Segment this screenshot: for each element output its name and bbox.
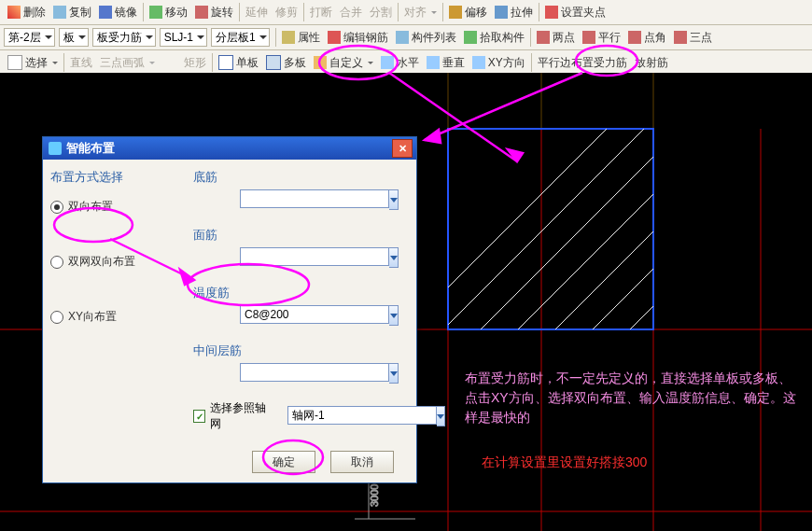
input-top[interactable] bbox=[240, 247, 389, 266]
btn-radial[interactable]: 放射筋 bbox=[631, 52, 672, 73]
dd-slj[interactable]: SLJ-1 bbox=[160, 28, 207, 47]
btn-copy[interactable]: 复制 bbox=[49, 2, 95, 22]
label-temp: 温度筋 bbox=[193, 285, 399, 301]
dialog-title: 智能布置 bbox=[66, 140, 115, 157]
btn-pt2 bbox=[169, 52, 179, 73]
btn-line: 直线 bbox=[66, 52, 96, 73]
input-axisnet[interactable] bbox=[287, 406, 437, 425]
btn-horiz[interactable]: 水平 bbox=[377, 52, 423, 73]
close-icon[interactable]: ✕ bbox=[392, 139, 413, 158]
btn-multi[interactable]: 多板 bbox=[262, 52, 310, 73]
btn-offset[interactable]: 偏移 bbox=[445, 2, 491, 22]
dialog-titlebar[interactable]: 智能布置 ✕ bbox=[43, 137, 416, 160]
chevron-down-icon[interactable] bbox=[389, 189, 399, 210]
dd-rebar[interactable]: 板受力筋 bbox=[92, 28, 156, 47]
combo-mid[interactable] bbox=[240, 363, 399, 384]
btn-stretch[interactable]: 拉伸 bbox=[491, 2, 537, 22]
dialog-smart-layout: 智能布置 ✕ 布置方式选择 双向布置 双网双向布置 XY向布置 底筋 面筋 温度… bbox=[42, 136, 417, 483]
chevron-down-icon[interactable] bbox=[389, 363, 399, 384]
combo-temp[interactable] bbox=[240, 305, 399, 326]
btn-extend: 延伸 bbox=[242, 2, 272, 22]
btn-xydir[interactable]: XY方向 bbox=[469, 52, 529, 73]
btn-split: 分割 bbox=[366, 2, 396, 22]
svg-line-19 bbox=[551, 213, 812, 483]
label-top: 面筋 bbox=[193, 227, 399, 244]
label-mid: 中间层筋 bbox=[193, 342, 399, 359]
btn-grip[interactable]: 设置夹点 bbox=[541, 2, 609, 22]
btn-break: 打断 bbox=[306, 2, 336, 22]
combo-axisnet[interactable] bbox=[287, 406, 399, 426]
cancel-button[interactable]: 取消 bbox=[330, 451, 394, 473]
svg-line-12 bbox=[420, 82, 691, 353]
svg-line-13 bbox=[439, 101, 709, 371]
dd-layerboard[interactable]: 分层板1 bbox=[211, 28, 270, 47]
dd-layer[interactable]: 第-2层 bbox=[4, 28, 55, 47]
annotation-text-1: 布置受力筋时，不一定先定义的，直接选择单板或多板、点击XY方向、选择双向布置、输… bbox=[465, 369, 801, 427]
btn-twopt[interactable]: 两点 bbox=[533, 27, 579, 48]
btn-rotate[interactable]: 旋转 bbox=[191, 2, 237, 22]
btn-arc: 三点画弧 bbox=[96, 52, 159, 73]
btn-mirror[interactable]: 镜像 bbox=[95, 2, 141, 22]
input-bottom[interactable] bbox=[240, 189, 389, 208]
btn-single[interactable]: 单板 bbox=[215, 52, 262, 73]
label-axisnet: 选择参照轴网 bbox=[210, 400, 273, 432]
toolbar-layers: 第-2层 板 板受力筋 SLJ-1 分层板1 属性 编辑钢筋 构件列表 拾取构件… bbox=[0, 25, 812, 50]
btn-delete[interactable]: 删除 bbox=[4, 2, 49, 22]
toolbar-edit: 删除 复制 镜像 移动 旋转 延伸 修剪 打断 合并 分割 对齐 偏移 拉伸 设… bbox=[0, 0, 812, 25]
input-temp[interactable] bbox=[240, 305, 389, 324]
btn-align: 对齐 bbox=[400, 2, 441, 22]
input-mid[interactable] bbox=[240, 363, 389, 382]
btn-trim: 修剪 bbox=[272, 2, 301, 22]
chevron-down-icon[interactable] bbox=[389, 247, 399, 268]
btn-prop[interactable]: 属性 bbox=[278, 27, 324, 48]
chevron-down-icon[interactable] bbox=[437, 406, 445, 426]
btn-vert[interactable]: 垂直 bbox=[423, 52, 469, 73]
ok-button[interactable]: 确定 bbox=[252, 451, 315, 473]
radio-doublenet[interactable]: 双网双向布置 bbox=[50, 254, 186, 270]
btn-parallel[interactable]: 平行 bbox=[579, 27, 624, 48]
btn-editrebar[interactable]: 编辑钢筋 bbox=[324, 27, 392, 48]
label-bottom: 底筋 bbox=[193, 169, 399, 186]
btn-custom[interactable]: 自定义 bbox=[310, 52, 377, 73]
btn-members[interactable]: 构件列表 bbox=[392, 27, 460, 48]
checkbox-axisnet[interactable]: ✓ bbox=[193, 410, 205, 423]
radio-dot-icon bbox=[50, 256, 63, 269]
btn-move[interactable]: 移动 bbox=[146, 2, 191, 22]
radio-dot-icon bbox=[50, 201, 63, 214]
btn-rect: 矩形 bbox=[180, 52, 210, 73]
toolbar-draw: 选择 直线 三点画弧 矩形 单板 多板 自定义 水平 垂直 XY方向 平行边布置… bbox=[0, 50, 812, 76]
btn-angle[interactable]: 点角 bbox=[624, 27, 670, 48]
btn-pt1 bbox=[159, 52, 169, 73]
btn-threept[interactable]: 三点 bbox=[670, 27, 716, 48]
btn-merge: 合并 bbox=[336, 2, 366, 22]
radio-bidir[interactable]: 双向布置 bbox=[50, 199, 186, 215]
chevron-down-icon[interactable] bbox=[389, 305, 399, 326]
btn-select[interactable]: 选择 bbox=[4, 52, 62, 73]
svg-line-14 bbox=[457, 119, 728, 390]
combo-top[interactable] bbox=[240, 247, 399, 268]
annotation-text-2: 在计算设置里设置好搭接300 bbox=[482, 453, 647, 472]
dim-text: 3000 bbox=[369, 484, 380, 507]
combo-bottom[interactable] bbox=[240, 189, 399, 210]
dialog-icon bbox=[49, 142, 62, 155]
group-label: 布置方式选择 bbox=[50, 169, 186, 186]
dd-board[interactable]: 板 bbox=[59, 28, 89, 47]
radio-xy[interactable]: XY向布置 bbox=[50, 309, 186, 325]
btn-paraedge[interactable]: 平行边布置受力筋 bbox=[534, 52, 631, 73]
btn-pick[interactable]: 拾取构件 bbox=[460, 27, 528, 48]
radio-dot-icon bbox=[50, 311, 63, 324]
svg-line-11 bbox=[401, 73, 672, 334]
